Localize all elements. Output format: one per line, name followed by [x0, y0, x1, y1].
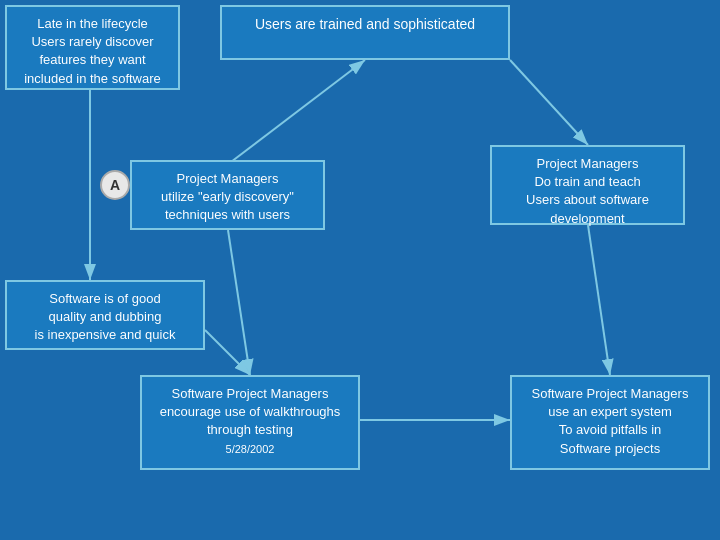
software-project-avoid-text: Software Project Managersuse an expert s… [532, 386, 689, 456]
software-project-avoid-box: Software Project Managersuse an expert s… [510, 375, 710, 470]
svg-line-2 [227, 60, 365, 165]
late-lifecycle-text: Late in the lifecycleUsers rarely discov… [24, 16, 161, 86]
svg-line-6 [205, 330, 250, 375]
project-managers-utilize-box: Project Managersutilize "early discovery… [130, 160, 325, 230]
svg-line-5 [588, 225, 610, 375]
label-a-text: A [110, 177, 120, 193]
svg-line-3 [510, 60, 588, 145]
date-text: 5/28/2002 [226, 443, 275, 455]
project-managers-utilize-text: Project Managersutilize "early discovery… [161, 171, 294, 222]
project-managers-do-text: Project ManagersDo train and teachUsers … [526, 156, 649, 226]
users-trained-box: Users are trained and sophisticated [220, 5, 510, 60]
software-project-encourage-box: Software Project Managers encourage use … [140, 375, 360, 470]
label-a-circle: A [100, 170, 130, 200]
users-trained-text: Users are trained and sophisticated [255, 16, 475, 32]
svg-line-4 [228, 230, 250, 375]
software-project-encourage-text: Software Project Managers encourage use … [160, 386, 341, 437]
late-lifecycle-box: Late in the lifecycleUsers rarely discov… [5, 5, 180, 90]
software-good-box: Software is of goodquality and dubbingis… [5, 280, 205, 350]
project-managers-do-box: Project ManagersDo train and teachUsers … [490, 145, 685, 225]
software-good-text: Software is of goodquality and dubbingis… [35, 291, 176, 342]
